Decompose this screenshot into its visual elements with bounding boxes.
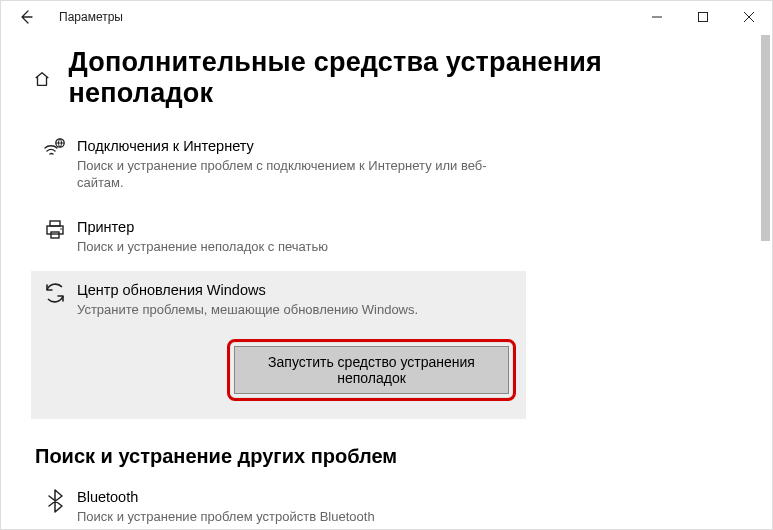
troubleshooter-desc: Устраните проблемы, мешающие обновлению …	[77, 301, 497, 319]
close-icon	[744, 12, 754, 22]
troubleshooter-windows-update[interactable]: Центр обновления Windows Устраните пробл…	[31, 271, 526, 418]
troubleshooter-internet[interactable]: Подключения к Интернету Поиск и устранен…	[31, 127, 742, 204]
troubleshooter-title: Bluetooth	[77, 488, 375, 507]
troubleshooter-bluetooth[interactable]: Bluetooth Поиск и устранение проблем уст…	[31, 478, 742, 530]
minimize-icon	[652, 12, 662, 22]
page-title: Дополнительные средства устранения непол…	[69, 47, 742, 109]
svg-point-8	[60, 228, 62, 230]
bluetooth-icon	[44, 488, 66, 514]
minimize-button[interactable]	[634, 2, 680, 32]
home-icon	[33, 70, 51, 88]
arrow-left-icon	[18, 9, 34, 25]
run-troubleshooter-button[interactable]: Запустить средство устранения неполадок	[234, 346, 509, 394]
svg-rect-6	[47, 226, 63, 234]
page-header: Дополнительные средства устранения непол…	[1, 33, 772, 119]
refresh-icon	[43, 281, 67, 305]
svg-rect-1	[699, 13, 708, 22]
close-button[interactable]	[726, 2, 772, 32]
window-title: Параметры	[59, 10, 123, 24]
troubleshooter-desc: Поиск и устранение проблем устройств Blu…	[77, 508, 375, 526]
title-bar: Параметры	[1, 1, 772, 33]
maximize-icon	[698, 12, 708, 22]
troubleshooter-desc: Поиск и устранение неполадок с печатью	[77, 238, 328, 256]
troubleshooter-printer[interactable]: Принтер Поиск и устранение неполадок с п…	[31, 208, 742, 267]
troubleshooter-title: Центр обновления Windows	[77, 281, 516, 300]
troubleshooter-desc: Поиск и устранение проблем с подключение…	[77, 157, 497, 192]
svg-rect-7	[51, 232, 59, 238]
scrollbar-thumb[interactable]	[761, 35, 770, 241]
printer-icon	[43, 218, 67, 242]
section-title-other: Поиск и устранение других проблем	[35, 445, 742, 468]
wifi-globe-icon	[43, 137, 67, 161]
troubleshooter-title: Подключения к Интернету	[77, 137, 497, 156]
highlight-frame: Запустить средство устранения неполадок	[227, 339, 516, 401]
troubleshooter-title: Принтер	[77, 218, 328, 237]
back-button[interactable]	[11, 2, 41, 32]
maximize-button[interactable]	[680, 2, 726, 32]
svg-rect-5	[50, 221, 60, 226]
content-area: Подключения к Интернету Поиск и устранен…	[1, 119, 772, 530]
home-button[interactable]	[31, 68, 53, 90]
